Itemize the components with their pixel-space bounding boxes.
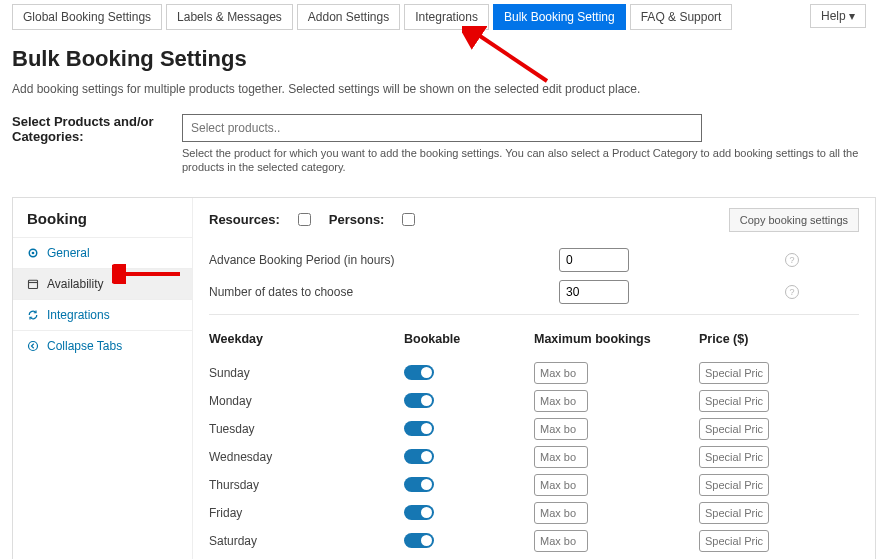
page-title: Bulk Booking Settings bbox=[12, 46, 876, 72]
weekday-row: Wednesday bbox=[209, 443, 859, 471]
gear-icon bbox=[27, 247, 39, 259]
weekday-row: Tuesday bbox=[209, 415, 859, 443]
weekday-name: Monday bbox=[209, 394, 404, 408]
svg-rect-3 bbox=[29, 280, 38, 288]
persons-checkbox[interactable] bbox=[402, 213, 415, 226]
max-bookings-input[interactable] bbox=[534, 390, 588, 412]
weekday-row: Saturday bbox=[209, 527, 859, 555]
sidebar-item-integrations[interactable]: Integrations bbox=[13, 299, 192, 330]
max-bookings-input[interactable] bbox=[534, 446, 588, 468]
bookable-toggle[interactable] bbox=[404, 421, 434, 436]
resources-checkbox[interactable] bbox=[298, 213, 311, 226]
select-products-help: Select the product for which you want to… bbox=[182, 146, 876, 175]
help-icon[interactable]: ? bbox=[785, 253, 799, 267]
svg-point-2 bbox=[32, 251, 35, 254]
tab-labels-messages[interactable]: Labels & Messages bbox=[166, 4, 293, 30]
weekday-row: Monday bbox=[209, 387, 859, 415]
divider bbox=[209, 314, 859, 315]
sidebar-item-label: Availability bbox=[47, 277, 103, 291]
bookable-toggle[interactable] bbox=[404, 505, 434, 520]
num-dates-label: Number of dates to choose bbox=[209, 285, 559, 299]
circle-left-icon bbox=[27, 340, 39, 352]
tab-bulk-booking[interactable]: Bulk Booking Setting bbox=[493, 4, 626, 30]
persons-label: Persons: bbox=[329, 212, 385, 227]
svg-point-5 bbox=[29, 341, 38, 350]
special-price-input[interactable] bbox=[699, 390, 769, 412]
sidebar-title: Booking bbox=[13, 198, 192, 237]
special-price-input[interactable] bbox=[699, 474, 769, 496]
sidebar-item-general[interactable]: General bbox=[13, 237, 192, 268]
special-price-input[interactable] bbox=[699, 446, 769, 468]
copy-booking-settings-button[interactable]: Copy booking settings bbox=[729, 208, 859, 232]
sidebar-item-availability[interactable]: Availability bbox=[13, 268, 192, 299]
weekday-name: Friday bbox=[209, 506, 404, 520]
num-dates-input[interactable] bbox=[559, 280, 629, 304]
weekday-row: Sunday bbox=[209, 359, 859, 387]
help-icon[interactable]: ? bbox=[785, 285, 799, 299]
weekday-name: Tuesday bbox=[209, 422, 404, 436]
col-bookable: Bookable bbox=[404, 332, 534, 346]
page-description: Add booking settings for multiple produc… bbox=[12, 82, 876, 96]
sidebar-item-label: Collapse Tabs bbox=[47, 339, 122, 353]
weekday-name: Thursday bbox=[209, 478, 404, 492]
special-price-input[interactable] bbox=[699, 362, 769, 384]
tab-faq-support[interactable]: FAQ & Support bbox=[630, 4, 733, 30]
max-bookings-input[interactable] bbox=[534, 418, 588, 440]
max-bookings-input[interactable] bbox=[534, 362, 588, 384]
tab-integrations[interactable]: Integrations bbox=[404, 4, 489, 30]
weekday-name: Saturday bbox=[209, 534, 404, 548]
sidebar-item-label: Integrations bbox=[47, 308, 110, 322]
bookable-toggle[interactable] bbox=[404, 393, 434, 408]
tab-global-booking[interactable]: Global Booking Settings bbox=[12, 4, 162, 30]
col-price: Price ($) bbox=[699, 332, 839, 346]
col-max: Maximum bookings bbox=[534, 332, 699, 346]
special-price-input[interactable] bbox=[699, 502, 769, 524]
bookable-toggle[interactable] bbox=[404, 533, 434, 548]
select-products-label: Select Products and/or Categories: bbox=[12, 114, 162, 144]
max-bookings-input[interactable] bbox=[534, 474, 588, 496]
select-products-input[interactable] bbox=[182, 114, 702, 142]
advance-booking-input[interactable] bbox=[559, 248, 629, 272]
bookable-toggle[interactable] bbox=[404, 365, 434, 380]
sidebar-item-label: General bbox=[47, 246, 90, 260]
advance-booking-label: Advance Booking Period (in hours) bbox=[209, 253, 559, 267]
weekday-row: Friday bbox=[209, 499, 859, 527]
tab-addon-settings[interactable]: Addon Settings bbox=[297, 4, 400, 30]
refresh-icon bbox=[27, 309, 39, 321]
special-price-input[interactable] bbox=[699, 530, 769, 552]
bookable-toggle[interactable] bbox=[404, 449, 434, 464]
col-weekday: Weekday bbox=[209, 332, 404, 346]
weekday-row: Thursday bbox=[209, 471, 859, 499]
max-bookings-input[interactable] bbox=[534, 502, 588, 524]
max-bookings-input[interactable] bbox=[534, 530, 588, 552]
calendar-icon bbox=[27, 278, 39, 290]
bookable-toggle[interactable] bbox=[404, 477, 434, 492]
weekday-name: Wednesday bbox=[209, 450, 404, 464]
resources-label: Resources: bbox=[209, 212, 280, 227]
weekday-name: Sunday bbox=[209, 366, 404, 380]
help-dropdown[interactable]: Help ▾ bbox=[810, 4, 866, 28]
special-price-input[interactable] bbox=[699, 418, 769, 440]
sidebar-item-collapse[interactable]: Collapse Tabs bbox=[13, 330, 192, 361]
